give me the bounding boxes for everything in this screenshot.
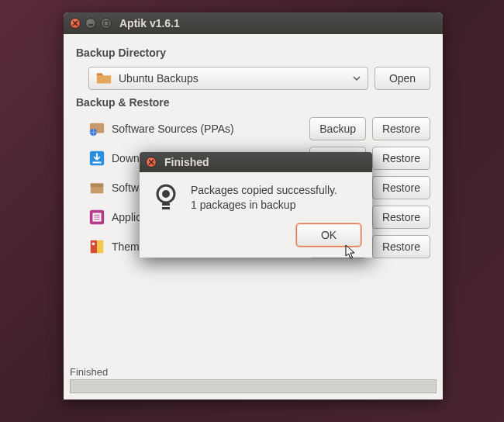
chevron-down-icon bbox=[352, 74, 361, 83]
directory-row: Ubuntu Backups Open bbox=[76, 67, 430, 90]
window-maximize-button[interactable] bbox=[101, 18, 112, 29]
restore-button[interactable]: Restore bbox=[372, 206, 430, 229]
titlebar: Aptik v1.6.1 bbox=[64, 12, 443, 34]
svg-rect-13 bbox=[162, 203, 170, 206]
window-close-button[interactable] bbox=[70, 18, 81, 29]
dialog-title: Finished bbox=[164, 156, 209, 168]
svg-rect-14 bbox=[162, 207, 170, 209]
heading-backup-restore: Backup & Restore bbox=[76, 96, 430, 109]
lightbulb-icon bbox=[152, 183, 180, 214]
restore-button[interactable]: Restore bbox=[372, 147, 430, 170]
status-text: Finished bbox=[70, 366, 437, 378]
progress-bar bbox=[70, 379, 437, 393]
status-area: Finished bbox=[70, 366, 437, 393]
dialog-close-button[interactable] bbox=[146, 157, 157, 168]
svg-point-10 bbox=[92, 243, 95, 246]
item-label: Software Sources (PPAs) bbox=[112, 123, 303, 135]
dialog-titlebar: Finished bbox=[140, 152, 372, 172]
svg-point-12 bbox=[162, 190, 170, 198]
svg-rect-5 bbox=[91, 184, 104, 188]
settings-icon bbox=[88, 209, 105, 226]
open-button[interactable]: Open bbox=[375, 67, 430, 90]
restore-button[interactable]: Restore bbox=[372, 235, 430, 258]
dialog-message: Packages copied successfully. 1 packages… bbox=[191, 183, 337, 214]
directory-selected-label: Ubuntu Backups bbox=[119, 72, 198, 85]
svg-rect-8 bbox=[91, 240, 97, 254]
restore-button[interactable]: Restore bbox=[372, 117, 430, 140]
svg-rect-0 bbox=[104, 21, 109, 26]
restore-button[interactable]: Restore bbox=[372, 176, 430, 199]
folder-icon bbox=[95, 70, 112, 87]
box-globe-icon bbox=[88, 120, 105, 137]
package-icon bbox=[88, 179, 105, 196]
heading-backup-directory: Backup Directory bbox=[76, 47, 430, 59]
theme-icon bbox=[88, 238, 105, 255]
ok-button[interactable]: OK bbox=[296, 223, 361, 247]
download-icon bbox=[88, 150, 105, 167]
directory-combo[interactable]: Ubuntu Backups bbox=[88, 67, 368, 90]
item-software-sources: Software Sources (PPAs) Backup Restore bbox=[76, 116, 430, 141]
finished-dialog: Finished Packages copied successfully. 1… bbox=[140, 152, 372, 258]
svg-rect-9 bbox=[97, 240, 103, 254]
window-title: Aptik v1.6.1 bbox=[119, 17, 180, 29]
backup-button[interactable]: Backup bbox=[309, 117, 366, 140]
window-minimize-button[interactable] bbox=[85, 18, 96, 29]
